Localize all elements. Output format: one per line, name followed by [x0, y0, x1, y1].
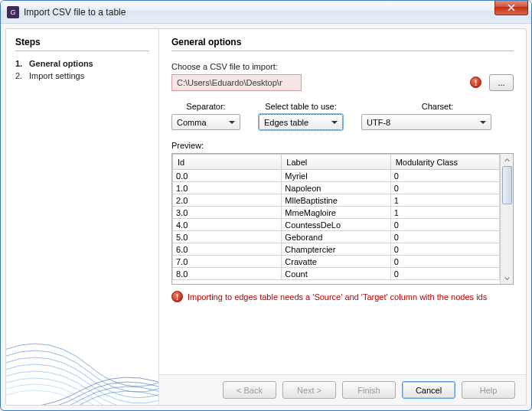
file-path-input[interactable] [171, 74, 302, 91]
dialog-window: G Import CSV file to a table [0, 0, 532, 411]
table-cell: Champtercier [282, 243, 390, 256]
table-row[interactable]: 7.0Cravatte0 [173, 256, 500, 268]
table-combo[interactable]: Edges table [259, 114, 343, 130]
steps-heading: Steps [15, 37, 149, 51]
app-icon: G [7, 6, 19, 18]
scroll-track[interactable] [501, 166, 513, 272]
column-header[interactable]: Modularity Class [390, 155, 499, 170]
warning-row: ! Importing to edges table needs a 'Sour… [171, 291, 514, 302]
table-cell: MlleBaptistine [282, 194, 390, 207]
warning-icon: ! [171, 291, 183, 302]
table-cell: 0 [390, 231, 499, 243]
back-button[interactable]: < Back [223, 381, 276, 399]
table-cell: 0 [390, 219, 499, 231]
preview-table: IdLabelModularity Class 0.0Myriel01.0Nap… [172, 154, 500, 280]
table-cell: 0 [390, 268, 499, 280]
table-cell: Myriel [282, 170, 390, 182]
titlebar[interactable]: G Import CSV file to a table [1, 1, 531, 24]
table-cell: 8.0 [173, 268, 282, 280]
table-select-label: Select table to use: [259, 102, 343, 111]
table-row[interactable]: 0.0Myriel0 [173, 170, 500, 182]
step-label: Import settings [29, 71, 84, 80]
table-row[interactable]: 1.0Napoleon0 [173, 182, 500, 194]
choose-file-label: Choose a CSV file to import: [171, 62, 514, 71]
cancel-button[interactable]: Cancel [402, 381, 455, 399]
table-cell: 7.0 [173, 256, 282, 268]
step-label: General options [29, 59, 93, 68]
table-cell: Geborand [282, 231, 390, 243]
browse-button[interactable]: ... [489, 74, 514, 91]
step-item: 2.Import settings [15, 70, 149, 82]
charset-label: Charset: [361, 102, 514, 111]
warning-text: Importing to edges table needs a 'Source… [188, 292, 487, 302]
step-item: 1.General options [15, 57, 149, 70]
table-cell: 2.0 [173, 194, 282, 207]
table-cell: 3.0 [173, 207, 282, 219]
table-cell: 0 [390, 170, 499, 182]
button-bar: < Back Next > Finish Cancel Help [159, 374, 526, 405]
table-cell: Count [282, 268, 390, 280]
table-cell: Cravatte [282, 256, 390, 268]
preview-label: Preview: [171, 141, 514, 150]
table-row[interactable]: 3.0MmeMagloire1 [173, 207, 500, 219]
charset-combo[interactable]: UTF-8 [361, 114, 491, 130]
table-cell: MmeMagloire [282, 207, 390, 219]
table-row[interactable]: 6.0Champtercier0 [173, 243, 500, 256]
close-button[interactable] [494, 1, 528, 15]
table-cell: 1 [390, 207, 499, 219]
window-title: Import CSV file to a table [24, 7, 126, 18]
table-cell: 1.0 [173, 182, 282, 194]
step-num: 1. [15, 59, 29, 68]
table-cell: 0 [390, 243, 499, 256]
finish-button[interactable]: Finish [342, 381, 396, 399]
column-header[interactable]: Label [282, 155, 390, 170]
scroll-thumb[interactable] [502, 166, 512, 204]
help-button[interactable]: Help [462, 381, 515, 399]
table-cell: CountessDeLo [282, 219, 390, 231]
table-cell: 0.0 [173, 170, 282, 182]
table-cell: 1 [390, 194, 499, 207]
close-icon [508, 4, 515, 11]
table-cell: 5.0 [173, 231, 282, 243]
next-button[interactable]: Next > [282, 381, 336, 399]
table-cell: 6.0 [173, 243, 282, 256]
column-header[interactable]: Id [173, 155, 282, 170]
scroll-down-button[interactable] [501, 272, 513, 284]
error-icon: ! [470, 77, 481, 88]
table-cell: 0 [390, 182, 499, 194]
step-num: 2. [15, 71, 29, 80]
separator-combo[interactable]: Comma [171, 114, 240, 130]
table-cell: 4.0 [173, 219, 282, 231]
sidebar-decoration [6, 275, 159, 405]
dialog-body: Steps 1.General options2.Import settings… [5, 28, 527, 406]
scroll-up-button[interactable] [501, 154, 513, 166]
panel-heading: General options [171, 37, 514, 51]
file-input-wrap: ! [171, 74, 485, 91]
separator-label: Separator: [171, 102, 240, 111]
steps-sidebar: Steps 1.General options2.Import settings [6, 29, 159, 405]
table-cell: 0 [390, 256, 499, 268]
scrollbar[interactable] [500, 154, 513, 284]
table-row[interactable]: 2.0MlleBaptistine1 [173, 194, 500, 207]
table-row[interactable]: 8.0Count0 [173, 268, 500, 280]
table-cell: Napoleon [282, 182, 390, 194]
table-row[interactable]: 4.0CountessDeLo0 [173, 219, 500, 231]
main-panel: General options Choose a CSV file to imp… [159, 29, 526, 405]
table-row[interactable]: 5.0Geborand0 [173, 231, 500, 243]
preview-table-wrap: IdLabelModularity Class 0.0Myriel01.0Nap… [171, 153, 514, 285]
